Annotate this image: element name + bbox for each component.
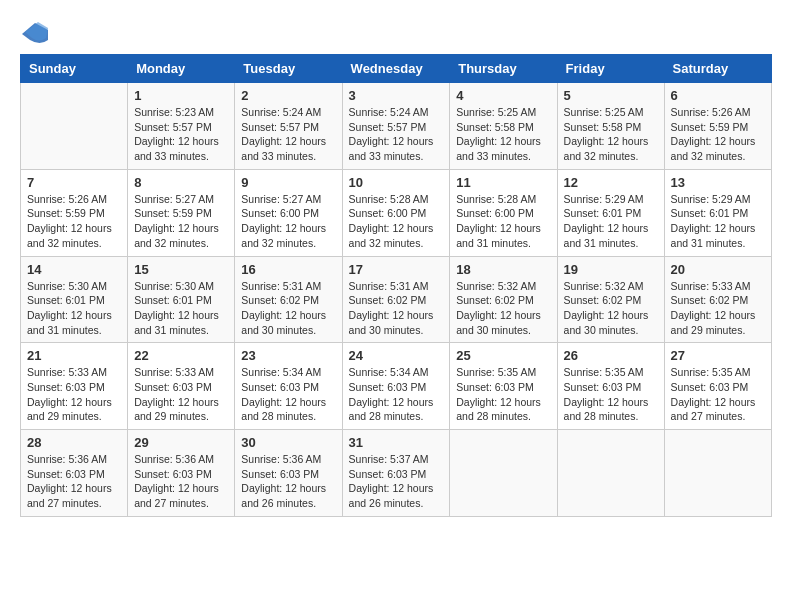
day-info: Sunrise: 5:23 AM Sunset: 5:57 PM Dayligh… bbox=[134, 105, 228, 164]
logo bbox=[20, 20, 54, 44]
day-number: 9 bbox=[241, 175, 335, 190]
day-number: 20 bbox=[671, 262, 765, 277]
calendar-cell bbox=[557, 430, 664, 517]
day-number: 30 bbox=[241, 435, 335, 450]
day-info: Sunrise: 5:36 AM Sunset: 6:03 PM Dayligh… bbox=[134, 452, 228, 511]
calendar-cell: 15Sunrise: 5:30 AM Sunset: 6:01 PM Dayli… bbox=[128, 256, 235, 343]
day-info: Sunrise: 5:31 AM Sunset: 6:02 PM Dayligh… bbox=[241, 279, 335, 338]
calendar-cell bbox=[664, 430, 771, 517]
day-info: Sunrise: 5:35 AM Sunset: 6:03 PM Dayligh… bbox=[456, 365, 550, 424]
day-number: 6 bbox=[671, 88, 765, 103]
day-info: Sunrise: 5:33 AM Sunset: 6:03 PM Dayligh… bbox=[27, 365, 121, 424]
calendar-table: SundayMondayTuesdayWednesdayThursdayFrid… bbox=[20, 54, 772, 517]
weekday-header-monday: Monday bbox=[128, 55, 235, 83]
day-number: 27 bbox=[671, 348, 765, 363]
day-info: Sunrise: 5:26 AM Sunset: 5:59 PM Dayligh… bbox=[27, 192, 121, 251]
day-number: 2 bbox=[241, 88, 335, 103]
day-info: Sunrise: 5:36 AM Sunset: 6:03 PM Dayligh… bbox=[241, 452, 335, 511]
day-number: 17 bbox=[349, 262, 444, 277]
calendar-cell: 5Sunrise: 5:25 AM Sunset: 5:58 PM Daylig… bbox=[557, 83, 664, 170]
weekday-header-wednesday: Wednesday bbox=[342, 55, 450, 83]
calendar-cell: 14Sunrise: 5:30 AM Sunset: 6:01 PM Dayli… bbox=[21, 256, 128, 343]
day-info: Sunrise: 5:33 AM Sunset: 6:03 PM Dayligh… bbox=[134, 365, 228, 424]
day-number: 24 bbox=[349, 348, 444, 363]
day-number: 25 bbox=[456, 348, 550, 363]
day-info: Sunrise: 5:30 AM Sunset: 6:01 PM Dayligh… bbox=[27, 279, 121, 338]
day-number: 21 bbox=[27, 348, 121, 363]
calendar-cell: 6Sunrise: 5:26 AM Sunset: 5:59 PM Daylig… bbox=[664, 83, 771, 170]
day-number: 18 bbox=[456, 262, 550, 277]
calendar-cell bbox=[21, 83, 128, 170]
calendar-cell: 17Sunrise: 5:31 AM Sunset: 6:02 PM Dayli… bbox=[342, 256, 450, 343]
weekday-header-sunday: Sunday bbox=[21, 55, 128, 83]
weekday-header-thursday: Thursday bbox=[450, 55, 557, 83]
day-info: Sunrise: 5:28 AM Sunset: 6:00 PM Dayligh… bbox=[456, 192, 550, 251]
day-info: Sunrise: 5:35 AM Sunset: 6:03 PM Dayligh… bbox=[671, 365, 765, 424]
day-info: Sunrise: 5:24 AM Sunset: 5:57 PM Dayligh… bbox=[349, 105, 444, 164]
calendar-cell bbox=[450, 430, 557, 517]
calendar-cell: 9Sunrise: 5:27 AM Sunset: 6:00 PM Daylig… bbox=[235, 169, 342, 256]
calendar-cell: 23Sunrise: 5:34 AM Sunset: 6:03 PM Dayli… bbox=[235, 343, 342, 430]
day-number: 29 bbox=[134, 435, 228, 450]
calendar-cell: 31Sunrise: 5:37 AM Sunset: 6:03 PM Dayli… bbox=[342, 430, 450, 517]
day-number: 26 bbox=[564, 348, 658, 363]
calendar-cell: 26Sunrise: 5:35 AM Sunset: 6:03 PM Dayli… bbox=[557, 343, 664, 430]
calendar-cell: 24Sunrise: 5:34 AM Sunset: 6:03 PM Dayli… bbox=[342, 343, 450, 430]
day-info: Sunrise: 5:28 AM Sunset: 6:00 PM Dayligh… bbox=[349, 192, 444, 251]
day-info: Sunrise: 5:33 AM Sunset: 6:02 PM Dayligh… bbox=[671, 279, 765, 338]
day-info: Sunrise: 5:24 AM Sunset: 5:57 PM Dayligh… bbox=[241, 105, 335, 164]
day-info: Sunrise: 5:36 AM Sunset: 6:03 PM Dayligh… bbox=[27, 452, 121, 511]
calendar-cell: 2Sunrise: 5:24 AM Sunset: 5:57 PM Daylig… bbox=[235, 83, 342, 170]
day-number: 10 bbox=[349, 175, 444, 190]
day-info: Sunrise: 5:35 AM Sunset: 6:03 PM Dayligh… bbox=[564, 365, 658, 424]
calendar-cell: 12Sunrise: 5:29 AM Sunset: 6:01 PM Dayli… bbox=[557, 169, 664, 256]
day-number: 3 bbox=[349, 88, 444, 103]
calendar-cell: 22Sunrise: 5:33 AM Sunset: 6:03 PM Dayli… bbox=[128, 343, 235, 430]
calendar-week-row: 21Sunrise: 5:33 AM Sunset: 6:03 PM Dayli… bbox=[21, 343, 772, 430]
day-number: 15 bbox=[134, 262, 228, 277]
calendar-cell: 19Sunrise: 5:32 AM Sunset: 6:02 PM Dayli… bbox=[557, 256, 664, 343]
calendar-week-row: 14Sunrise: 5:30 AM Sunset: 6:01 PM Dayli… bbox=[21, 256, 772, 343]
calendar-week-row: 28Sunrise: 5:36 AM Sunset: 6:03 PM Dayli… bbox=[21, 430, 772, 517]
day-info: Sunrise: 5:34 AM Sunset: 6:03 PM Dayligh… bbox=[349, 365, 444, 424]
weekday-header-tuesday: Tuesday bbox=[235, 55, 342, 83]
calendar-cell: 11Sunrise: 5:28 AM Sunset: 6:00 PM Dayli… bbox=[450, 169, 557, 256]
calendar-cell: 29Sunrise: 5:36 AM Sunset: 6:03 PM Dayli… bbox=[128, 430, 235, 517]
calendar-cell: 30Sunrise: 5:36 AM Sunset: 6:03 PM Dayli… bbox=[235, 430, 342, 517]
day-number: 1 bbox=[134, 88, 228, 103]
logo-icon bbox=[20, 20, 50, 44]
day-number: 14 bbox=[27, 262, 121, 277]
day-info: Sunrise: 5:25 AM Sunset: 5:58 PM Dayligh… bbox=[456, 105, 550, 164]
day-number: 12 bbox=[564, 175, 658, 190]
day-info: Sunrise: 5:26 AM Sunset: 5:59 PM Dayligh… bbox=[671, 105, 765, 164]
day-number: 28 bbox=[27, 435, 121, 450]
day-number: 31 bbox=[349, 435, 444, 450]
day-info: Sunrise: 5:25 AM Sunset: 5:58 PM Dayligh… bbox=[564, 105, 658, 164]
calendar-cell: 25Sunrise: 5:35 AM Sunset: 6:03 PM Dayli… bbox=[450, 343, 557, 430]
weekday-header-friday: Friday bbox=[557, 55, 664, 83]
day-number: 5 bbox=[564, 88, 658, 103]
day-number: 4 bbox=[456, 88, 550, 103]
day-number: 11 bbox=[456, 175, 550, 190]
day-info: Sunrise: 5:32 AM Sunset: 6:02 PM Dayligh… bbox=[456, 279, 550, 338]
calendar-cell: 7Sunrise: 5:26 AM Sunset: 5:59 PM Daylig… bbox=[21, 169, 128, 256]
day-info: Sunrise: 5:32 AM Sunset: 6:02 PM Dayligh… bbox=[564, 279, 658, 338]
calendar-week-row: 7Sunrise: 5:26 AM Sunset: 5:59 PM Daylig… bbox=[21, 169, 772, 256]
calendar-cell: 1Sunrise: 5:23 AM Sunset: 5:57 PM Daylig… bbox=[128, 83, 235, 170]
day-info: Sunrise: 5:27 AM Sunset: 6:00 PM Dayligh… bbox=[241, 192, 335, 251]
day-info: Sunrise: 5:29 AM Sunset: 6:01 PM Dayligh… bbox=[671, 192, 765, 251]
weekday-header-row: SundayMondayTuesdayWednesdayThursdayFrid… bbox=[21, 55, 772, 83]
calendar-cell: 8Sunrise: 5:27 AM Sunset: 5:59 PM Daylig… bbox=[128, 169, 235, 256]
calendar-cell: 10Sunrise: 5:28 AM Sunset: 6:00 PM Dayli… bbox=[342, 169, 450, 256]
calendar-cell: 16Sunrise: 5:31 AM Sunset: 6:02 PM Dayli… bbox=[235, 256, 342, 343]
day-number: 22 bbox=[134, 348, 228, 363]
day-info: Sunrise: 5:29 AM Sunset: 6:01 PM Dayligh… bbox=[564, 192, 658, 251]
day-number: 13 bbox=[671, 175, 765, 190]
calendar-cell: 28Sunrise: 5:36 AM Sunset: 6:03 PM Dayli… bbox=[21, 430, 128, 517]
day-info: Sunrise: 5:31 AM Sunset: 6:02 PM Dayligh… bbox=[349, 279, 444, 338]
calendar-cell: 4Sunrise: 5:25 AM Sunset: 5:58 PM Daylig… bbox=[450, 83, 557, 170]
calendar-cell: 13Sunrise: 5:29 AM Sunset: 6:01 PM Dayli… bbox=[664, 169, 771, 256]
calendar-cell: 3Sunrise: 5:24 AM Sunset: 5:57 PM Daylig… bbox=[342, 83, 450, 170]
calendar-cell: 27Sunrise: 5:35 AM Sunset: 6:03 PM Dayli… bbox=[664, 343, 771, 430]
day-number: 16 bbox=[241, 262, 335, 277]
